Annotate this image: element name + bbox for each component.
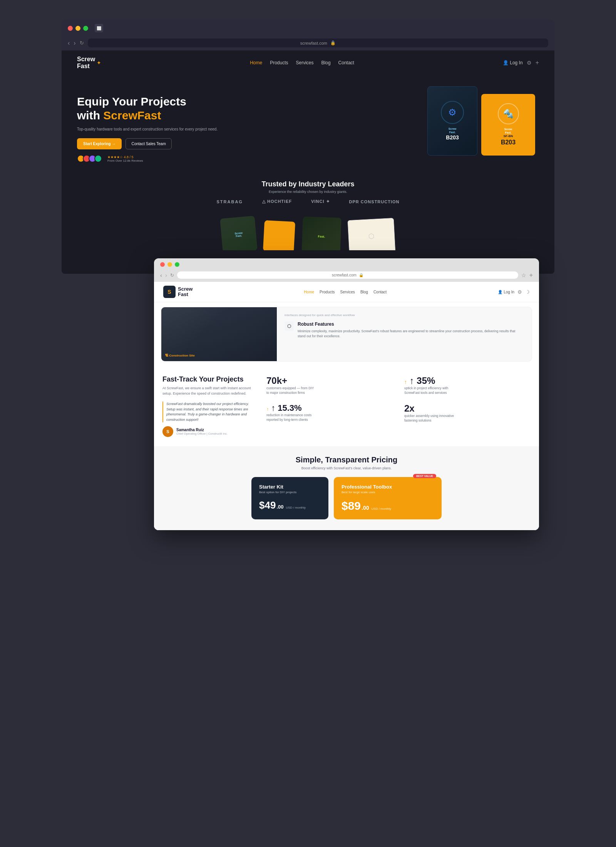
dot-yellow[interactable] — [75, 26, 80, 31]
logo-text-top: ScrewFast — [77, 56, 95, 69]
refresh-btn[interactable]: ↻ — [80, 40, 84, 46]
settings-icon-top[interactable]: ⚙ — [527, 60, 532, 66]
tab-icon: ⬜ — [97, 26, 101, 30]
nav-products-top[interactable]: Products — [270, 60, 288, 65]
dot-red-bottom[interactable] — [160, 262, 165, 267]
pricing-starter: Starter Kit Best option for DIY projects… — [251, 477, 328, 519]
company-strabag: STRABAG — [217, 199, 243, 204]
theme-icon-bottom[interactable]: ☽ — [525, 289, 530, 295]
dot-red[interactable] — [68, 26, 73, 31]
lock-icon-top: 🔒 — [330, 40, 336, 45]
stat-35: ↑ ↑ 35% uptick in project efficiency wit… — [404, 375, 531, 395]
add-icon-top[interactable]: + — [536, 59, 539, 66]
lock-icon-bottom: 🔒 — [359, 273, 363, 277]
forward-btn-bottom[interactable]: › — [165, 272, 167, 278]
feature-title: Robust Features — [298, 321, 524, 327]
feature-icon: ⬡ — [287, 323, 291, 329]
stat-153: ↑ ↑ 15.3% reduction in maintenance costs… — [266, 403, 393, 423]
back-btn[interactable]: ‹ — [68, 40, 70, 47]
pricing-subtitle: Boost efficiency with ScrewFast's clear,… — [162, 466, 531, 470]
nav-blog-top[interactable]: Blog — [321, 60, 331, 65]
nav-home-top[interactable]: Home — [250, 60, 262, 65]
nav-login-top[interactable]: 👤 Log In — [503, 60, 523, 65]
dot-yellow-bottom[interactable] — [167, 262, 172, 267]
forward-btn[interactable]: › — [74, 40, 75, 47]
address-bar-bottom[interactable]: screwfast.com — [332, 273, 357, 277]
trusted-subtitle: Experience the reliability chosen by ind… — [77, 190, 539, 194]
address-bar-top[interactable]: screwfast.com — [300, 41, 327, 45]
favorites-icon[interactable]: ☆ — [521, 272, 526, 278]
company-vinci: VINCI ✦ — [311, 199, 330, 204]
company-hochtief: △ HOCHTIEF — [262, 199, 292, 204]
hero-title: Equip Your Projects with ScrewFast — [77, 95, 231, 122]
refresh-btn-bottom[interactable]: ↻ — [170, 273, 174, 278]
feature-sub-text: interfaces designed for quick and effect… — [285, 313, 524, 317]
nav-contact-bottom[interactable]: Contact — [373, 290, 387, 294]
stat-2x: 2x quicker assembly using innovative fas… — [404, 403, 531, 423]
nav-login-bottom[interactable]: 👤 Log In — [498, 290, 514, 294]
trusted-title: Trusted by Industry Leaders — [77, 180, 539, 188]
author-name: Samantha Ruiz — [176, 428, 228, 432]
stat-70k: 70k+ customers equipped — from DIY to ma… — [266, 375, 393, 395]
stats-desc: At ScrewFast, we ensure a swift start wi… — [162, 386, 255, 396]
settings-icon-bottom[interactable]: ⚙ — [517, 289, 522, 295]
pricing-badge: BEST VALUE — [413, 474, 436, 478]
testimonial-quote: ScrewFast dramatically boosted our proje… — [162, 402, 255, 422]
add-tab-icon[interactable]: + — [529, 272, 533, 279]
nav-services-top[interactable]: Services — [296, 60, 314, 65]
contact-sales-btn[interactable]: Contact Sales Team — [126, 138, 171, 149]
feature-desc: Minimize complexity, maximize productivi… — [298, 329, 524, 339]
nav-blog-bottom[interactable]: Blog — [360, 290, 368, 294]
logo-bottom[interactable]: S ScrewFast — [163, 286, 192, 298]
stats-title: Fast-Track Your Projects — [162, 375, 255, 383]
review-count: From Over 12.8k Reviews — [107, 159, 143, 162]
logo-top[interactable]: ScrewFast ✦ — [77, 56, 101, 69]
back-btn-bottom[interactable]: ‹ — [160, 272, 162, 278]
nav-contact-top[interactable]: Contact — [338, 60, 354, 65]
start-exploring-btn[interactable]: Start Exploring → — [77, 138, 122, 149]
author-title: Chief Operating Officer | ConstructIt In… — [176, 432, 228, 435]
pricing-pro: BEST VALUE Professional Toolbox Best for… — [334, 477, 442, 519]
company-dpr: DPR CONSTRUCTION — [349, 199, 400, 204]
nav-products-bottom[interactable]: Products — [320, 290, 335, 294]
nav-home-bottom[interactable]: Home — [304, 290, 314, 294]
hero-subtitle: Top-quality hardware tools and expert co… — [77, 126, 231, 132]
dot-green-bottom[interactable] — [175, 262, 179, 267]
star-rating: ★★★★☆ 4.8 / 5 — [107, 155, 143, 159]
dot-green[interactable] — [83, 26, 88, 31]
nav-services-bottom[interactable]: Services — [340, 290, 355, 294]
pricing-title: Simple, Transparent Pricing — [162, 455, 531, 464]
